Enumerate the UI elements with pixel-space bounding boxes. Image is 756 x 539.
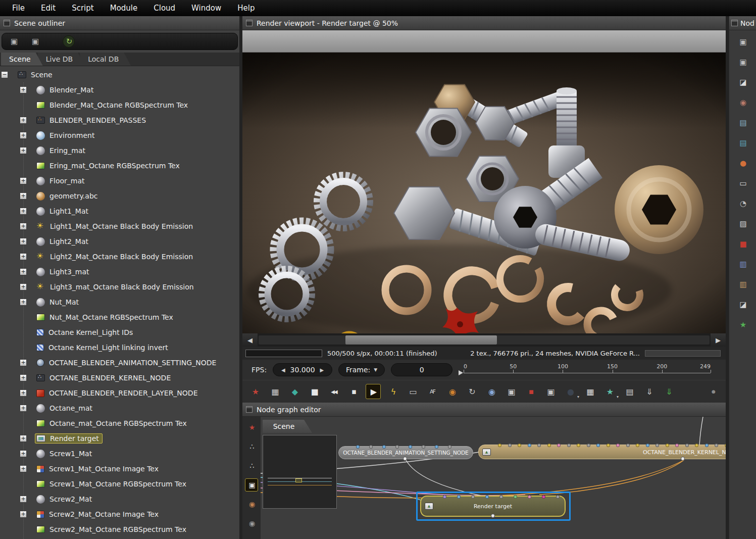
node-kernel[interactable]: OCTANE_BLENDER_KERNEL_NODE: [478, 445, 726, 459]
node-pin[interactable]: [508, 444, 512, 447]
menu-cloud[interactable]: Cloud: [145, 1, 183, 15]
node-pin[interactable]: [715, 444, 718, 447]
fps-increase-icon[interactable]: ▶: [320, 367, 324, 373]
node-pin[interactable]: [443, 495, 446, 499]
expand-toggle-icon[interactable]: +: [20, 389, 27, 397]
pick-object-icon[interactable]: ▣: [503, 384, 519, 399]
menu-help[interactable]: Help: [229, 1, 263, 15]
node-output-pin[interactable]: [491, 514, 495, 518]
node-pin[interactable]: [485, 495, 489, 499]
pause-render-icon[interactable]: ▮▮: [346, 384, 361, 399]
node-pin[interactable]: [528, 495, 531, 499]
expand-toggle-icon[interactable]: +: [20, 132, 27, 139]
tree-item-nut-mat[interactable]: +Nut_Mat: [0, 295, 239, 310]
node-pin[interactable]: [596, 444, 600, 447]
scroll-right-icon[interactable]: ▶: [711, 333, 726, 347]
tree-item-ering-mat[interactable]: +Ering_mat: [0, 143, 239, 158]
tree-item-nut-mat-octane-rgbspectrum-tex[interactable]: Nut_Mat_Octane RGBSpectrum Tex: [0, 310, 239, 325]
image-node-icon[interactable]: ◪: [736, 298, 750, 312]
tree-item-render-target[interactable]: +Render target: [0, 431, 239, 446]
node-pin[interactable]: [725, 444, 726, 447]
clay-mode-icon[interactable]: ▣: [543, 384, 558, 399]
expand-toggle-icon[interactable]: +: [20, 223, 27, 230]
tree-root-scene[interactable]: − Scene: [0, 67, 239, 82]
node-stack-icon[interactable]: ▣: [736, 35, 750, 49]
expand-toggle-icon[interactable]: +: [20, 496, 27, 503]
tree-item-octane-blender-kernel-node[interactable]: +OCTANE_BLENDER_KERNEL_NODE: [0, 370, 239, 385]
ng-materials-icon[interactable]: ▣: [245, 478, 258, 492]
expand-toggle-icon[interactable]: +: [20, 465, 27, 472]
timeline-ruler[interactable]: 050100150200249: [464, 362, 711, 377]
node-animation-setting[interactable]: OCTANE_BLENDER_ANIMATION_SETTING_NODE: [338, 446, 473, 459]
tree-item-octane-kernel-light-linking-invert[interactable]: Octane Kernel_Light linking invert: [0, 340, 239, 355]
fps-decrease-icon[interactable]: ◀: [281, 367, 285, 373]
save-image-icon[interactable]: ⇓: [641, 384, 657, 399]
camera-node-icon[interactable]: ◉: [736, 95, 750, 110]
stop-render-icon[interactable]: ■: [307, 384, 322, 399]
reset-camera-icon[interactable]: ↻: [464, 384, 479, 399]
node-pin[interactable]: [356, 445, 360, 449]
play-render-icon[interactable]: ▶: [366, 384, 381, 399]
tree-item-blender-mat-octane-rgbspectrum-tex[interactable]: Blender_Mat_Octane RGBSpectrum Tex: [0, 97, 239, 113]
tree-item-environment[interactable]: +Environment: [0, 128, 239, 143]
outliner-refresh-icon[interactable]: ↻: [63, 35, 75, 47]
node-pin[interactable]: [646, 444, 649, 447]
render-image[interactable]: [242, 53, 726, 333]
graph-fit-icon[interactable]: ▦: [267, 384, 282, 399]
node-pin[interactable]: [457, 495, 461, 499]
tree-item-light3-mat[interactable]: +Light3_mat: [0, 264, 239, 279]
scrollbar-thumb[interactable]: [345, 335, 497, 345]
node-pin[interactable]: [471, 495, 475, 499]
node-group-icon[interactable]: ▣: [736, 55, 750, 69]
node-pin[interactable]: [498, 444, 501, 447]
node-pin[interactable]: [542, 495, 545, 499]
display-modes-icon[interactable]: ▭: [405, 384, 420, 399]
tab-local-db[interactable]: Local DB: [80, 53, 131, 66]
tree-item-screw1-mat[interactable]: +Screw1_Mat: [0, 446, 239, 461]
node-pin[interactable]: [409, 445, 412, 449]
node-pin[interactable]: [395, 445, 399, 449]
tree-item-light1-mat[interactable]: +Light1_Mat: [0, 204, 239, 219]
menu-script[interactable]: Script: [64, 1, 102, 15]
save-exr-icon[interactable]: ⇓: [661, 384, 676, 399]
expand-toggle-icon[interactable]: +: [20, 511, 27, 518]
node-pin[interactable]: [518, 444, 521, 447]
node-pin[interactable]: [666, 444, 669, 447]
collapse-toggle-icon[interactable]: −: [1, 71, 8, 78]
tree-item-octane-mat-octane-rgbspectrum-tex[interactable]: Octane_mat_Octane RGBSpectrum Tex: [0, 416, 239, 431]
viewport-scrollbar[interactable]: ◀ ▶: [242, 333, 726, 347]
tree-item-light2-mat-octane-black-body-emission[interactable]: +Light2_Mat_Octane Black Body Emission: [0, 249, 239, 264]
node-pin[interactable]: [695, 444, 698, 447]
node-pin[interactable]: [616, 444, 620, 447]
node-pin[interactable]: [369, 445, 373, 449]
tree-item-screw2-mat[interactable]: +Screw2_Mat: [0, 492, 239, 507]
animation-settings-icon[interactable]: ◔: [736, 197, 750, 211]
tree-item-octane-blender-animation-setting-node[interactable]: +OCTANE_BLENDER_ANIMATION_SETTING_NODE: [0, 355, 239, 370]
node-pin[interactable]: [448, 445, 451, 449]
playhead-marker[interactable]: [459, 370, 466, 375]
tree-item-floor-mat[interactable]: +Floor_mat: [0, 173, 239, 188]
image-output-icon[interactable]: ◪: [736, 75, 750, 89]
scrollbar-track[interactable]: [259, 335, 710, 345]
node-pin[interactable]: [705, 444, 709, 447]
fps-value[interactable]: 30.000: [290, 366, 315, 374]
tree-item-geometry-abc[interactable]: +geometry.abc: [0, 188, 239, 204]
expand-toggle-icon[interactable]: +: [20, 435, 27, 442]
expand-toggle-icon[interactable]: +: [20, 299, 27, 306]
frame-mode-dropdown[interactable]: Frame: ▼: [338, 363, 385, 376]
node-pin[interactable]: [685, 444, 689, 447]
node-pin[interactable]: [557, 444, 561, 447]
alpha-checker-icon[interactable]: ▦: [582, 384, 597, 399]
expand-toggle-icon[interactable]: +: [20, 374, 27, 381]
menu-edit[interactable]: Edit: [33, 1, 64, 15]
tree-item-blender-mat[interactable]: +Blender_Mat: [0, 82, 239, 97]
starburst-node-icon[interactable]: ★: [736, 318, 750, 332]
outliner-expand-icon[interactable]: ▣: [27, 34, 42, 49]
expand-toggle-icon[interactable]: +: [20, 86, 27, 93]
render-layer-node-icon[interactable]: ■: [736, 237, 750, 251]
node-pin[interactable]: [556, 495, 560, 499]
mesh-node-icon[interactable]: ▤: [736, 116, 750, 130]
tree-item-screw2-mat-octane-image-tex[interactable]: +Screw2_Mat_Octane Image Tex: [0, 507, 239, 522]
octane-logo-icon[interactable]: ★: [247, 384, 263, 399]
node-output-pin[interactable]: [403, 457, 407, 461]
